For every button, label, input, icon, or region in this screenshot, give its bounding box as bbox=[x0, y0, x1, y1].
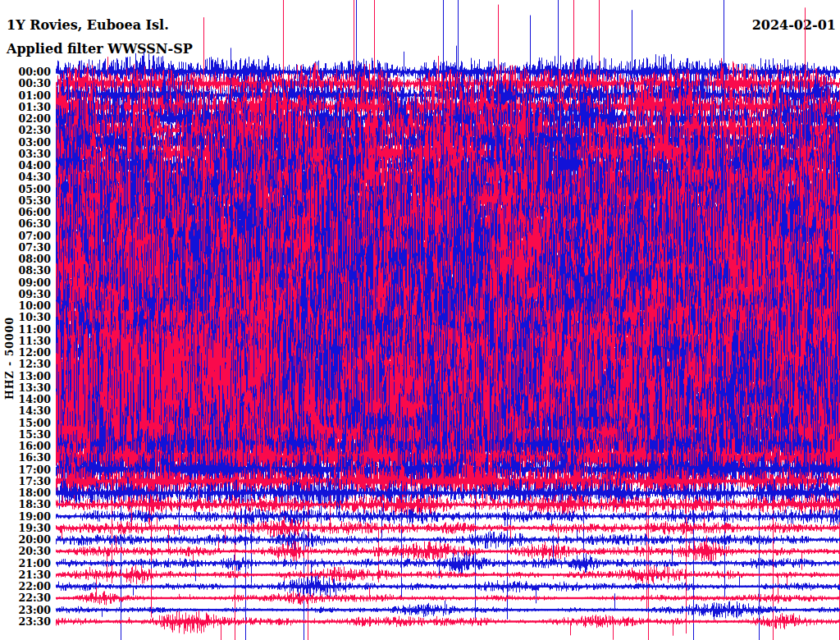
heliplot-screen: 1Y Rovies, Euboea Isl. Applied filter WW… bbox=[0, 0, 840, 640]
seismogram-trace-canvas bbox=[0, 0, 840, 640]
